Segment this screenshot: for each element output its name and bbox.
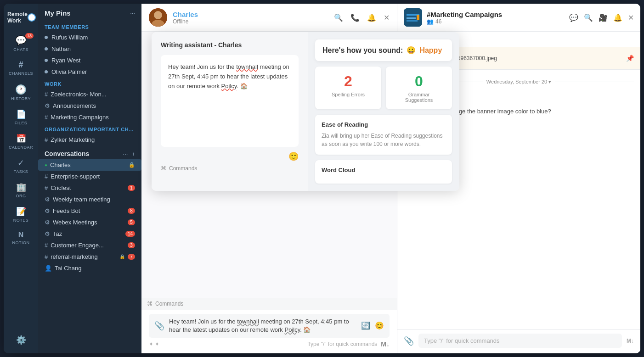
sidebar-item-notion[interactable]: N NOTION <box>4 227 38 249</box>
right-input-area: 📎 Type "/" for quick commands M↓ <box>397 329 640 353</box>
conv-referral[interactable]: # referral-marketing 🔒 7 <box>38 251 141 262</box>
video-icon[interactable]: 🎥 <box>599 13 608 22</box>
conv-charles[interactable]: ● Charles 🔒 <box>38 159 141 171</box>
channel-members: 👥 46 <box>427 18 565 25</box>
refresh-icon[interactable]: 🔄 <box>361 321 370 330</box>
call-icon[interactable]: 📞 <box>350 13 360 22</box>
right-panel-header: #Marketing Campaigns 👥 46 💬 🔍 🎥 🔔 ✕ <box>397 4 640 32</box>
conv-weekly-meeting[interactable]: ⚙ Weekly team meeting <box>38 194 141 205</box>
channel-zoelectronics[interactable]: # Zoelectronics- Mon... <box>38 89 141 100</box>
channel-name: Marketing Campaigns <box>51 114 135 121</box>
conv-webex[interactable]: ⚙ Webex Meetings 5 <box>38 217 141 228</box>
tasks-label: TAsKS <box>14 169 28 174</box>
wa-stats: 2 Spelling Errors 0 GrammarSuggestions <box>315 67 452 109</box>
search-icon[interactable]: 🔍 <box>334 13 343 22</box>
spelling-errors-count: 2 <box>322 73 375 90</box>
emoji-icon[interactable]: 😊 <box>375 321 384 330</box>
search-icon[interactable]: 🔍 <box>584 13 593 22</box>
conv-taz[interactable]: ⚙ Taz 14 <box>38 228 141 240</box>
hash-icon: # <box>45 173 48 180</box>
org-label: ORG <box>16 194 26 198</box>
sidebar-item-chats[interactable]: 13 💬 Chats <box>4 31 38 56</box>
close-icon[interactable]: ✕ <box>384 13 390 22</box>
attach-icon[interactable]: 📎 <box>154 321 164 331</box>
formatting-icon[interactable]: ✦ ✦ <box>149 341 159 347</box>
history-label: HISTORY <box>11 96 31 101</box>
panel-header: My Pins ··· <box>38 4 141 21</box>
chat-header-icons: 🔍 📞 🔔 ✕ <box>334 13 390 22</box>
right-input-box: 📎 Type "/" for quick commands M↓ <box>404 334 634 348</box>
channel-info: #Marketing Campaigns 👥 46 <box>427 11 565 25</box>
member-rufus[interactable]: Rufus William <box>38 32 141 43</box>
sidebar-item-calendar[interactable]: 📅 CALENDAR <box>4 130 38 153</box>
member-nathan[interactable]: Nathan <box>38 43 141 55</box>
sidebar-icons: Remote Work 13 💬 Chats # CHANNELS 🕐 HIST… <box>4 4 38 353</box>
tone-value: Happy <box>419 46 442 55</box>
conv-enterprise[interactable]: # Enterprise-support <box>38 171 141 182</box>
member-name: Olivia Palmer <box>51 68 87 75</box>
close-icon[interactable]: ✕ <box>628 13 634 22</box>
bell-icon[interactable]: 🔔 <box>613 13 622 22</box>
chats-label: Chats <box>13 47 28 52</box>
ease-text: Zia will bring up her Ease of Reading su… <box>322 132 446 148</box>
sidebar-item-channels[interactable]: # CHANNELS <box>4 56 38 79</box>
sidebar-item-tasks[interactable]: ✓ TAsKS <box>4 154 38 178</box>
member-ryan[interactable]: Ryan West <box>38 55 141 66</box>
chat-header: Charles Offline 🔍 📞 🔔 ✕ <box>141 4 397 32</box>
conv-badge: 5 <box>128 219 135 225</box>
conv-tai[interactable]: 👤 Tai Chang <box>38 262 141 274</box>
gear-icon: ⚙ <box>45 102 50 109</box>
sidebar-item-history[interactable]: 🕐 HISTORY <box>4 80 38 105</box>
chat-icon[interactable]: 💬 <box>569 13 578 22</box>
commands-bar: ⌘ Commands <box>141 298 397 310</box>
pins-title: My Pins <box>45 9 71 17</box>
tone-label: Here's how you sound: <box>322 46 403 55</box>
conv-badge: 3 <box>128 242 135 248</box>
conv-badge: 14 <box>125 231 135 237</box>
conv-feeds-bot[interactable]: ⚙ Feeds Bot 8 <box>38 205 141 217</box>
pin-icon[interactable]: 📌 <box>626 55 634 62</box>
sidebar-item-org[interactable]: 🏢 ORG <box>4 178 38 202</box>
gear-icon: ⚙ <box>45 196 50 203</box>
conv-add-button[interactable]: + <box>131 151 135 157</box>
right-md-icon[interactable]: M↓ <box>627 338 634 344</box>
conv-more-button[interactable]: ··· <box>123 151 128 157</box>
gear-icon: ⚙ <box>45 230 50 237</box>
conv-customer[interactable]: # Customer Engage... 3 <box>38 240 141 251</box>
channel-announcements[interactable]: ⚙ Announcements <box>38 100 141 112</box>
svg-rect-6 <box>407 20 418 22</box>
member-olivia[interactable]: Olivia Palmer <box>38 66 141 78</box>
spelling-errors-card: 2 Spelling Errors <box>315 67 381 109</box>
grammar-count: 0 <box>392 73 446 90</box>
wa-policy-word: Poilcy <box>221 83 237 89</box>
conv-cricfest[interactable]: # Cricfest 1 <box>38 182 141 194</box>
sidebar-item-notes[interactable]: 📝 NOTES <box>4 203 38 226</box>
wa-text-area[interactable]: Hey team! Join us for the townhall meeti… <box>161 55 299 147</box>
wa-cmd-label: Commands <box>169 165 197 172</box>
svg-rect-7 <box>417 15 419 20</box>
notes-icon: 📝 <box>16 206 26 217</box>
sidebar-item-files[interactable]: 📄 FILES <box>4 106 38 129</box>
markdown-icon[interactable]: M↓ <box>381 340 390 348</box>
toggle-switch[interactable] <box>28 13 36 22</box>
channel-name: Zylker Marketing <box>51 136 135 143</box>
gear-icon: ⚙ <box>45 219 50 226</box>
sidebar-item-settings[interactable]: ⚙️ <box>4 331 38 349</box>
conv-name: Taz <box>53 230 123 237</box>
channel-name: #Marketing Campaigns <box>427 11 565 18</box>
channel-zylker[interactable]: # Zylker Marketing <box>38 134 141 145</box>
notion-icon: N <box>18 231 24 239</box>
lock-icon: 🔒 <box>119 254 125 259</box>
bell-icon[interactable]: 🔔 <box>367 13 376 22</box>
member-dot <box>45 36 48 39</box>
right-attach-icon[interactable]: 📎 <box>404 336 414 346</box>
pins-menu-button[interactable]: ··· <box>130 10 135 17</box>
hash-icon: # <box>45 242 48 249</box>
chat-avatar <box>149 8 167 27</box>
conversations-header: Conversations ··· + <box>38 145 141 159</box>
right-input-field[interactable]: Type "/" for quick commands <box>418 334 622 348</box>
spelling-errors-label: Spelling Errors <box>322 92 375 97</box>
date-text[interactable]: Wednesday, September 20 ▾ <box>486 79 551 85</box>
channel-marketing[interactable]: # Marketing Campaigns <box>38 112 141 123</box>
wa-emoji-button[interactable]: 🙂 <box>288 151 299 162</box>
